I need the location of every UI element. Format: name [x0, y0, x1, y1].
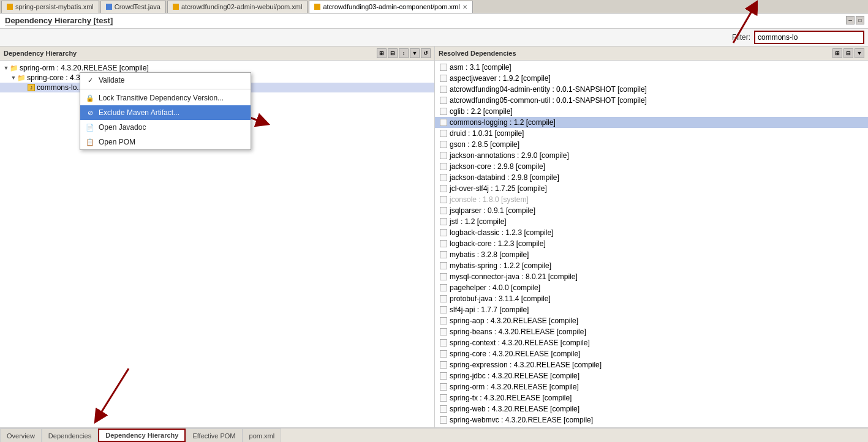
- resolved-item[interactable]: commons-logging : 1.2 [compile]: [435, 117, 868, 128]
- resolved-item[interactable]: spring-web : 4.3.20.RELEASE [compile]: [435, 403, 868, 414]
- context-menu-item-4[interactable]: 📋Open POM: [80, 135, 251, 149]
- dep-icon: [440, 163, 447, 170]
- dep-label: mybatis : 3.2.8 [compile]: [450, 250, 529, 259]
- dep-label: spring-context : 4.3.20.RELEASE [compile…: [450, 339, 590, 347]
- right-expand-icon[interactable]: ⊞: [832, 48, 842, 58]
- resolved-item[interactable]: aspectjweaver : 1.9.2 [compile]: [435, 73, 868, 84]
- dep-icon: [440, 218, 447, 225]
- bottom-tab-effective-pom[interactable]: Effective POM: [186, 429, 242, 442]
- resolved-item[interactable]: jackson-annotations : 2.9.0 [compile]: [435, 150, 868, 161]
- bottom-tab-pom.xml[interactable]: pom.xml: [243, 429, 282, 442]
- resolved-item[interactable]: jconsole : 1.8.0 [system]: [435, 194, 868, 205]
- sort-icon[interactable]: ↕: [399, 48, 409, 58]
- filter-area: Filter:: [732, 31, 864, 44]
- dep-label: protobuf-java : 3.11.4 [compile]: [450, 294, 551, 303]
- resolved-item[interactable]: mybatis-spring : 1.2.2 [compile]: [435, 260, 868, 271]
- resolved-item[interactable]: atcrowdfunding04-admin-entity : 0.0.1-SN…: [435, 84, 868, 95]
- menu-item-icon: 🔒: [85, 93, 95, 103]
- resolved-item[interactable]: spring-beans : 4.3.20.RELEASE [compile]: [435, 326, 868, 337]
- resolved-item[interactable]: spring-aop : 4.3.20.RELEASE [compile]: [435, 315, 868, 326]
- minimize-button[interactable]: ─: [846, 16, 855, 24]
- dep-label: aspectjweaver : 1.9.2 [compile]: [450, 74, 551, 83]
- tab-label: atcrowdfunding03-admin-component/pom.xml: [323, 3, 459, 10]
- dep-icon: [440, 262, 447, 269]
- resolved-item[interactable]: gson : 2.8.5 [compile]: [435, 139, 868, 150]
- dep-label: gson : 2.8.5 [compile]: [450, 140, 519, 149]
- resolved-item[interactable]: druid : 1.0.31 [compile]: [435, 128, 868, 139]
- menu-item-icon: 📋: [85, 137, 95, 147]
- resolved-item[interactable]: cglib : 2.2 [compile]: [435, 106, 868, 117]
- resolved-item[interactable]: atcrowdfunding05-common-util : 0.0.1-SNA…: [435, 95, 868, 106]
- right-collapse-icon[interactable]: ⊟: [843, 48, 853, 58]
- window-controls: ─ □: [846, 16, 864, 24]
- tree-item-label: spring-orm : 4.3.20.RELEASE [compile]: [20, 64, 149, 72]
- menu-item-label: Validate: [99, 76, 124, 84]
- right-panel-toolbar-icons: ⊞ ⊟ ▼: [832, 48, 864, 58]
- dep-icon: [440, 317, 447, 324]
- resolved-item[interactable]: jcl-over-slf4j : 1.7.25 [compile]: [435, 183, 868, 194]
- context-menu-item-3[interactable]: 📄Open Javadoc: [80, 120, 251, 135]
- filter-icon[interactable]: ▼: [410, 48, 420, 58]
- resolved-item[interactable]: logback-classic : 1.2.3 [compile]: [435, 227, 868, 238]
- resolved-item[interactable]: spring-webmvc : 4.3.20.RELEASE [compile]: [435, 414, 868, 425]
- resolved-list: asm : 3.1 [compile]aspectjweaver : 1.9.2…: [435, 61, 868, 427]
- resolved-item[interactable]: spring-orm : 4.3.20.RELEASE [compile]: [435, 381, 868, 392]
- right-filter-icon[interactable]: ▼: [855, 48, 864, 58]
- resolved-item[interactable]: spring-jdbc : 4.3.20.RELEASE [compile]: [435, 370, 868, 381]
- bottom-tab-dependencies[interactable]: Dependencies: [42, 429, 98, 442]
- dep-icon: [440, 75, 447, 82]
- menu-item-icon: ⊘: [85, 108, 95, 118]
- tab-component-pom[interactable]: atcrowdfunding03-admin-component/pom.xml…: [309, 1, 472, 13]
- dep-icon: [440, 306, 447, 313]
- bottom-tab-dependency-hierarchy[interactable]: Dependency Hierarchy: [98, 429, 186, 442]
- bottom-tab-overview[interactable]: Overview: [0, 429, 42, 442]
- resolved-item[interactable]: jsqlparser : 0.9.1 [compile]: [435, 205, 868, 216]
- tab-close-icon[interactable]: ✕: [462, 4, 467, 10]
- resolved-item[interactable]: jackson-databind : 2.9.8 [compile]: [435, 172, 868, 183]
- resolved-item[interactable]: spring-tx : 4.3.20.RELEASE [compile]: [435, 392, 868, 403]
- resolved-item[interactable]: spring-context : 4.3.20.RELEASE [compile…: [435, 337, 868, 348]
- context-menu-item-2[interactable]: ⊘Exclude Maven Artifact...: [80, 105, 251, 120]
- menu-item-icon: ✓: [85, 75, 95, 85]
- refresh-icon[interactable]: ↺: [421, 48, 431, 58]
- resolved-item[interactable]: spring-expression : 4.3.20.RELEASE [comp…: [435, 359, 868, 370]
- dep-label: commons-logging : 1.2 [compile]: [450, 118, 556, 127]
- resolved-item[interactable]: protobuf-java : 3.11.4 [compile]: [435, 293, 868, 304]
- java-icon: [106, 4, 112, 10]
- tree-toggle-spring-orm[interactable]: ▼: [2, 64, 10, 72]
- tree-toggle-empty: [20, 84, 27, 91]
- resolved-item[interactable]: jstl : 1.2 [compile]: [435, 216, 868, 227]
- maximize-button[interactable]: □: [856, 16, 864, 24]
- dep-icon: [440, 207, 447, 214]
- right-panel-header: Resolved Dependencies ⊞ ⊟ ▼: [435, 47, 868, 61]
- resolved-item[interactable]: logback-core : 1.2.3 [compile]: [435, 238, 868, 249]
- resolved-item[interactable]: mysql-connector-java : 8.0.21 [compile]: [435, 271, 868, 282]
- tab-webui-pom[interactable]: atcrowdfunding02-admin-webui/pom.xml: [167, 1, 308, 13]
- dep-label: spring-jdbc : 4.3.20.RELEASE [compile]: [450, 372, 579, 380]
- resolved-item[interactable]: mybatis : 3.2.8 [compile]: [435, 249, 868, 260]
- dep-icon: [440, 185, 447, 192]
- filter-input[interactable]: [754, 31, 864, 44]
- tree-item-label: commons-lo...: [37, 83, 83, 92]
- folder-icon-spring-orm: 📁: [10, 64, 18, 72]
- resolved-item[interactable]: pagehelper : 4.0.0 [compile]: [435, 282, 868, 293]
- tab-crowd-test[interactable]: CrowdTest.java: [100, 1, 166, 13]
- dep-label: jconsole : 1.8.0 [system]: [450, 195, 529, 204]
- tree-toggle-spring-core[interactable]: ▼: [10, 74, 17, 81]
- context-menu-item-0[interactable]: ✓Validate: [80, 73, 251, 88]
- tab-spring-persist[interactable]: spring-persist-mybatis.xml: [1, 1, 99, 13]
- expand-icon[interactable]: ⊞: [377, 48, 387, 58]
- collapse-icon[interactable]: ⊟: [388, 48, 398, 58]
- resolved-item[interactable]: slf4j-api : 1.7.7 [compile]: [435, 304, 868, 315]
- context-menu-item-1[interactable]: 🔒Lock Transitive Dependency Version...: [80, 91, 251, 105]
- bottom-tabs: OverviewDependenciesDependency Hierarchy…: [0, 427, 868, 442]
- jar-icon-commons: J: [27, 83, 36, 92]
- resolved-item[interactable]: asm : 3.1 [compile]: [435, 62, 868, 73]
- tree-item-spring-orm[interactable]: ▼ 📁 spring-orm : 4.3.20.RELEASE [compile…: [0, 63, 434, 73]
- dep-label: mybatis-spring : 1.2.2 [compile]: [450, 261, 551, 270]
- dep-icon: [440, 361, 447, 369]
- dep-label: asm : 3.1 [compile]: [450, 63, 511, 72]
- resolved-item[interactable]: spring-core : 4.3.20.RELEASE [compile]: [435, 348, 868, 359]
- dep-icon: [440, 130, 447, 137]
- resolved-item[interactable]: jackson-core : 2.9.8 [compile]: [435, 161, 868, 172]
